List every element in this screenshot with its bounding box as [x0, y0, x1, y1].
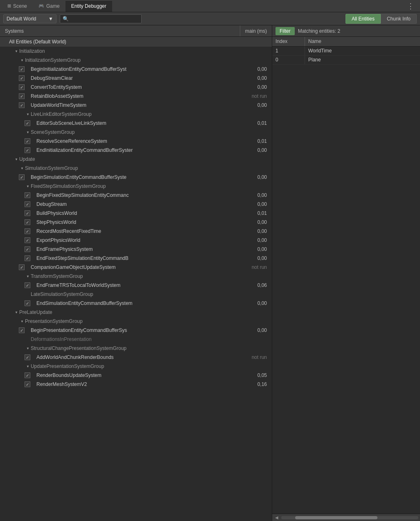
list-item[interactable]: ✓ BeginFixedStepSimulationEntityCommanc … — [0, 191, 272, 200]
list-item[interactable]: ✓ EndFramePhysicsSystem 0,00 — [0, 245, 272, 254]
system-name: RecordMostRecentFixedTime — [36, 228, 246, 234]
list-item[interactable]: ✓ ResolveSceneReferenceSystem 0,01 — [0, 137, 272, 146]
list-item[interactable]: ✓ RenderMeshSystemV2 0,16 — [0, 380, 272, 389]
list-item[interactable]: ▼ TransformSystemGroup — [0, 272, 272, 281]
col-index-header: Index — [272, 37, 305, 46]
scroll-left-arrow[interactable]: ◀ — [274, 515, 280, 520]
list-item[interactable]: ✓ AddWorldAndChunkRenderBounds not run — [0, 353, 272, 362]
checkbox[interactable]: ✓ — [19, 327, 25, 333]
checkbox[interactable]: ✓ — [19, 174, 25, 180]
all-entities-tab[interactable]: All Entities — [345, 14, 381, 24]
filter-row: Filter Matching entities: 2 — [272, 25, 420, 37]
list-item[interactable]: ✓ EndFrameTRSToLocalToWorldSystem 0,06 — [0, 281, 272, 290]
more-menu-button[interactable]: ⋮ — [403, 0, 418, 12]
list-item[interactable]: ✓ DebugStreamClear 0,00 — [0, 74, 272, 83]
checkbox[interactable]: ✓ — [19, 102, 25, 108]
list-item[interactable]: ✓ RenderBoundsUpdateSystem 0,05 — [0, 371, 272, 380]
system-ms: 0,06 — [246, 282, 270, 288]
system-name: DeformationsInPresentation — [31, 336, 270, 342]
scroll-thumb[interactable] — [295, 516, 377, 519]
list-item[interactable]: ▼ FixedStepSimulationSystemGroup — [0, 182, 272, 191]
checkbox[interactable]: ✓ — [19, 75, 25, 81]
list-item[interactable]: LateSimulationSystemGroup — [0, 290, 272, 299]
tab-entity-debugger[interactable]: Entity Debugger — [65, 0, 112, 12]
list-item[interactable]: DeformationsInPresentation — [0, 335, 272, 344]
entities-table[interactable]: 1 WorldTime 0 Plane — [272, 47, 420, 514]
list-item[interactable]: ✓ BeginSimulationEntityCommandBufferSyst… — [0, 173, 272, 182]
filter-button[interactable]: Filter — [275, 27, 295, 35]
entity-name: WorldTime — [305, 47, 420, 55]
checkbox[interactable]: ✓ — [25, 210, 30, 216]
list-item[interactable]: ▼ Initialization — [0, 47, 272, 56]
checkbox[interactable]: ✓ — [25, 282, 30, 288]
checkbox[interactable]: ✓ — [25, 219, 30, 225]
list-item[interactable]: ▼ PreLateUpdate — [0, 308, 272, 317]
search-box[interactable]: 🔍 — [60, 14, 142, 23]
checkbox[interactable]: ✓ — [25, 246, 30, 252]
system-name: EndFixedStepSimulationEntityCommandB — [36, 255, 246, 261]
checkbox[interactable]: ✓ — [25, 147, 30, 153]
checkbox[interactable]: ✓ — [19, 93, 25, 99]
search-input[interactable] — [70, 16, 139, 22]
list-item[interactable]: ✓ EndSimulationEntityCommandBufferSystem… — [0, 299, 272, 308]
checkbox[interactable]: ✓ — [25, 228, 30, 234]
checkbox[interactable]: ✓ — [25, 354, 30, 360]
list-item[interactable]: ✓ ExportPhysicsWorld 0,00 — [0, 236, 272, 245]
list-item[interactable]: ✓ EndInitializationEntityCommandBufferSy… — [0, 146, 272, 155]
list-item[interactable]: ✓ CompanionGameObjectUpdateSystem not ru… — [0, 263, 272, 272]
list-item[interactable]: ▼ SceneSystemGroup — [0, 128, 272, 137]
list-item[interactable]: ✓ DebugStream 0,00 — [0, 200, 272, 209]
chunk-info-tab[interactable]: Chunk Info — [381, 14, 417, 24]
col-name-header: Name — [305, 37, 420, 46]
list-item[interactable]: ▼ LiveLinkEditorSystemGroup — [0, 110, 272, 119]
system-name: Update — [19, 156, 270, 162]
checkbox[interactable]: ✓ — [19, 84, 25, 90]
list-item[interactable]: ▼ SimulationSystemGroup — [0, 164, 272, 173]
tab-scene[interactable]: ⊞ Scene — [2, 0, 33, 12]
checkbox[interactable]: ✓ — [25, 381, 30, 387]
list-item[interactable]: ✓ EndFixedStepSimulationEntityCommandB 0… — [0, 254, 272, 263]
list-item[interactable]: ▼ StructuralChangePresentationSystemGrou… — [0, 344, 272, 353]
system-name: InitializationSystemGroup — [25, 57, 270, 63]
table-row[interactable]: 0 Plane — [272, 56, 420, 65]
triangle-icon: ▼ — [26, 185, 29, 188]
list-item[interactable]: ✓ RecordMostRecentFixedTime 0,00 — [0, 227, 272, 236]
system-name: BeginPresentationEntityCommandBufferSys — [31, 327, 246, 333]
checkbox[interactable]: ✓ — [25, 192, 30, 198]
checkbox[interactable]: ✓ — [19, 264, 25, 270]
scroll-track[interactable] — [281, 516, 418, 519]
system-name: EditorSubSceneLiveLinkSystem — [36, 120, 246, 126]
checkbox[interactable]: ✓ — [19, 66, 25, 72]
table-row[interactable]: 1 WorldTime — [272, 47, 420, 56]
list-item[interactable]: ▼ UpdatePresentationSystemGroup — [0, 362, 272, 371]
checkbox[interactable]: ✓ — [25, 120, 30, 126]
all-entities-row[interactable]: All Entities (Default World) — [0, 37, 272, 47]
checkbox[interactable]: ✓ — [25, 201, 30, 207]
list-item[interactable]: ✓ BuildPhysicsWorld 0,01 — [0, 209, 272, 218]
list-item[interactable]: ▼ PresentationSystemGroup — [0, 317, 272, 326]
world-selector[interactable]: Default World ▼ — [3, 14, 56, 23]
entity-index: 0 — [272, 56, 305, 64]
checkbox[interactable]: ✓ — [25, 138, 30, 144]
bottom-scrollbar: ◀ — [272, 514, 420, 521]
tab-game[interactable]: 🎮 Game — [33, 0, 65, 12]
system-name: DebugStream — [36, 201, 246, 207]
systems-list[interactable]: All Entities (Default World) ▼ Initializ… — [0, 37, 272, 521]
list-item[interactable]: ✓ UpdateWorldTimeSystem 0,00 — [0, 101, 272, 110]
list-item[interactable]: ✓ BeginPresentationEntityCommandBufferSy… — [0, 326, 272, 335]
system-name: EndInitializationEntityCommandBufferSyst… — [36, 147, 246, 153]
system-ms: 0,00 — [246, 300, 270, 306]
list-item[interactable]: ✓ StepPhysicsWorld 0,00 — [0, 218, 272, 227]
checkbox[interactable]: ✓ — [25, 255, 30, 261]
list-item[interactable]: ▼ Update — [0, 155, 272, 164]
list-item[interactable]: ✓ ConvertToEntitySystem 0,00 — [0, 83, 272, 92]
checkbox[interactable]: ✓ — [25, 237, 30, 243]
system-ms: 0,00 — [246, 102, 270, 108]
list-item[interactable]: ▼ InitializationSystemGroup — [0, 56, 272, 65]
checkbox[interactable]: ✓ — [25, 372, 30, 378]
list-item[interactable]: ✓ BeginInitializationEntityCommandBuffer… — [0, 65, 272, 74]
list-item[interactable]: ✓ EditorSubSceneLiveLinkSystem 0,01 — [0, 119, 272, 128]
checkbox[interactable]: ✓ — [25, 300, 30, 306]
list-item[interactable]: ✓ RetainBlobAssetSystem not run — [0, 92, 272, 101]
system-name: SimulationSystemGroup — [25, 165, 270, 171]
